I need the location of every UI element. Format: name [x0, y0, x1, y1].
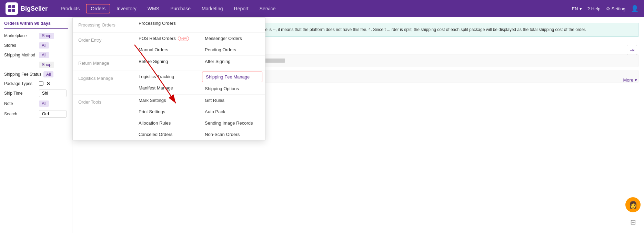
- sidebar: Orders within 90 days Marketplace Shop S…: [0, 17, 72, 233]
- dropdown-col-tools-left: Mark Settings Print Settings Allocation …: [133, 95, 199, 140]
- dropdown-item-canceled-orders[interactable]: Canceled Orders: [133, 129, 199, 140]
- filter-shipping-fee-status: Shipping Fee Status All: [4, 71, 68, 77]
- filter-shipping-method-2: Shop: [4, 62, 68, 68]
- dropdown-item-messenger-orders[interactable]: Messenger Orders: [199, 33, 265, 44]
- sidebar-section-title: Orders within 90 days: [4, 21, 68, 29]
- dropdown-item-logistics-tracking[interactable]: Logistics Tracking: [133, 71, 199, 82]
- export-icon: ⇥: [630, 47, 634, 53]
- dropdown-item-non-scan[interactable]: Non-Scan Orders: [199, 129, 265, 140]
- dropdown-item-allocation-rules[interactable]: Allocation Rules: [133, 117, 199, 129]
- filter-ship-time-label: Ship Time: [4, 91, 37, 96]
- filter-search-label: Search: [4, 112, 37, 116]
- nav-marketing[interactable]: Marketing: [197, 4, 228, 13]
- filter-note-label: Note: [4, 101, 37, 106]
- filter-package-types: Package Types S: [4, 81, 68, 86]
- filter-marketplace: Marketplace Shop: [4, 33, 68, 39]
- filter-shipping-fee-value[interactable]: All: [43, 71, 53, 77]
- top-navigation: BigSeller Products Orders Inventory WMS …: [0, 0, 644, 17]
- dropdown-col-return-left: Before Signing: [133, 56, 199, 71]
- dropdown-item-processing-orders[interactable]: Processing Orders: [133, 18, 199, 29]
- dropdown-row-tools: Order Tools Mark Settings Print Settings…: [73, 95, 265, 140]
- filter-stores: Stores All: [4, 42, 68, 49]
- dropdown-cat-processing: Processing Orders: [73, 18, 133, 32]
- filter-shipping-method-all[interactable]: All: [39, 52, 49, 58]
- dropdown-cat-tools: Order Tools: [73, 95, 133, 140]
- dropdown-row-return: Return Manage Before Signing After Signi…: [73, 56, 265, 71]
- dropdown-items-tools: Mark Settings Print Settings Allocation …: [133, 95, 265, 140]
- svg-rect-3: [12, 9, 15, 12]
- main-area: Orders within 90 days Marketplace Shop S…: [0, 17, 644, 233]
- nav-report[interactable]: Report: [229, 4, 253, 13]
- nav-service[interactable]: Service: [255, 4, 281, 13]
- dropdown-items-logistics: Logistics Tracking Manifest Manage Shipp…: [133, 71, 265, 94]
- filter-package-types-checkbox[interactable]: [39, 81, 43, 86]
- dropdown-cat-order-entry: Order Entry: [73, 33, 133, 55]
- dropdown-item-sending-image[interactable]: Sending Image Records: [199, 117, 265, 129]
- export-icon-button[interactable]: ⇥: [627, 45, 637, 55]
- filter-shipping-method-shop[interactable]: Shop: [39, 62, 54, 68]
- filter-package-types-value: S: [47, 81, 50, 86]
- svg-rect-1: [12, 5, 15, 8]
- nav-inventory[interactable]: Inventory: [112, 4, 141, 13]
- dropdown-items-order-entry: POS Retail Orders New Manual Orders Mess…: [133, 33, 265, 55]
- dropdown-item-print-settings[interactable]: Print Settings: [133, 106, 199, 117]
- dropdown-item-pos-retail[interactable]: POS Retail Orders New: [133, 33, 199, 44]
- filter-note-value[interactable]: All: [39, 100, 49, 107]
- more-label: More: [623, 77, 633, 83]
- filter-stores-value[interactable]: All: [39, 42, 49, 49]
- language-selector[interactable]: EN ▾: [572, 6, 582, 11]
- dropdown-items-return: Before Signing After Signing: [133, 56, 265, 71]
- dropdown-item-mark-settings[interactable]: Mark Settings: [133, 95, 199, 106]
- dropdown-item-before-signing[interactable]: Before Signing: [133, 56, 199, 67]
- dropdown-col-order-entry-left: POS Retail Orders New Manual Orders: [133, 33, 199, 55]
- filter-ship-time-input[interactable]: [39, 89, 67, 97]
- dropdown-row-logistics: Logistics Manage Logistics Tracking Mani…: [73, 71, 265, 95]
- nav-purchase[interactable]: Purchase: [165, 4, 195, 13]
- dropdown-item-after-signing[interactable]: After Signing: [199, 56, 265, 67]
- customer-service-icon[interactable]: 👩: [625, 197, 641, 212]
- dropdown-row-order-entry: Order Entry POS Retail Orders New Manual…: [73, 33, 265, 56]
- filter-search-input[interactable]: [39, 110, 67, 118]
- new-badge: New: [178, 36, 189, 41]
- dropdown-cat-logistics: Logistics Manage: [73, 71, 133, 94]
- nav-products[interactable]: Products: [56, 4, 84, 13]
- logo-area: BigSeller: [6, 2, 48, 15]
- filter-package-types-label: Package Types: [4, 81, 37, 86]
- dropdown-item-manual-orders[interactable]: Manual Orders: [133, 44, 199, 55]
- dropdown-col-logistics-left: Logistics Tracking Manifest Manage: [133, 71, 199, 94]
- bottom-utility-icon[interactable]: ⊟: [625, 214, 641, 230]
- nav-wms[interactable]: WMS: [143, 4, 164, 13]
- filter-ship-time: Ship Time: [4, 89, 68, 97]
- filter-note: Note All: [4, 100, 68, 107]
- dropdown-col-processing-right: [199, 18, 265, 32]
- nav-orders[interactable]: Orders: [86, 4, 110, 13]
- filter-marketplace-value[interactable]: Shop: [39, 33, 54, 39]
- filter-stores-label: Stores: [4, 43, 37, 48]
- svg-rect-2: [8, 9, 11, 12]
- dropdown-col-logistics-right: Shipping Fee Manage Shipping Options: [199, 71, 265, 94]
- filter-shipping-method-label: Shipping Method: [4, 53, 37, 57]
- dropdown-col-tools-right: Gift Rules Auto Pack Sending Image Recor…: [199, 95, 265, 140]
- help-button[interactable]: ? Help: [587, 6, 601, 11]
- dropdown-items-processing: Processing Orders: [133, 18, 265, 32]
- dropdown-item-pending-orders[interactable]: Pending Orders: [199, 44, 265, 55]
- logo-icon[interactable]: [6, 2, 18, 15]
- dropdown-row-processing: Processing Orders Processing Orders: [73, 18, 265, 33]
- user-avatar[interactable]: 👤: [631, 5, 638, 12]
- filter-marketplace-label: Marketplace: [4, 33, 37, 38]
- dropdown-col-order-entry-right: Messenger Orders Pending Orders: [199, 33, 265, 55]
- setting-button[interactable]: ⚙ Setting: [606, 6, 625, 11]
- more-button[interactable]: More ▾: [623, 77, 637, 83]
- filter-shipping-fee-label: Shipping Fee Status: [4, 72, 41, 77]
- filter-shipping-method: Shipping Method All: [4, 52, 68, 58]
- dropdown-item-auto-pack[interactable]: Auto Pack: [199, 106, 265, 117]
- dropdown-item-shipping-fee-manage[interactable]: Shipping Fee Manage: [202, 72, 262, 82]
- svg-rect-0: [8, 5, 11, 8]
- nav-right: EN ▾ ? Help ⚙ Setting 👤: [572, 5, 638, 12]
- filter-search: Search: [4, 110, 68, 118]
- dropdown-item-gift-rules[interactable]: Gift Rules: [199, 95, 265, 106]
- dropdown-item-shipping-options[interactable]: Shipping Options: [199, 83, 265, 94]
- dropdown-col-processing-left: Processing Orders: [133, 18, 199, 32]
- logo-text: BigSeller: [21, 5, 48, 12]
- dropdown-item-manifest-manage[interactable]: Manifest Manage: [133, 82, 199, 94]
